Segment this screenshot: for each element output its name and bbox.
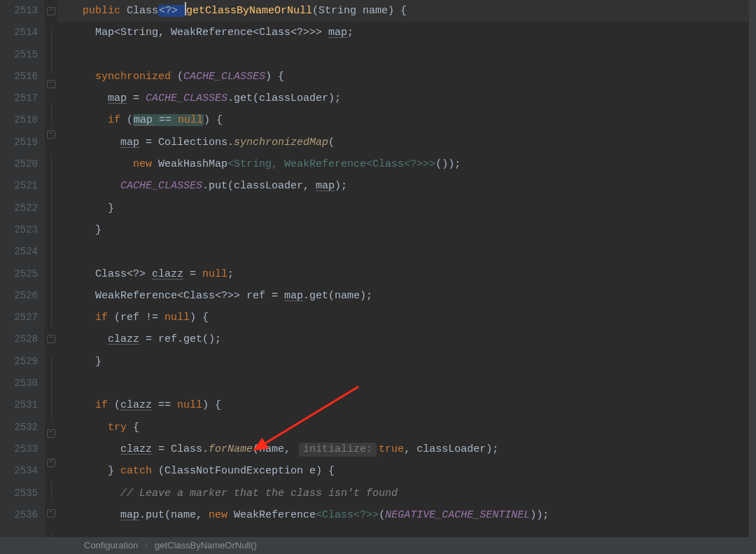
line-number[interactable]: 2535 [0,483,45,504]
condition-highlight: map == null [133,114,204,126]
code-line[interactable]: } [57,198,749,219]
breadcrumb-item[interactable]: getClassByNameOrNull() [155,540,257,550]
line-number[interactable]: 2514 [0,22,45,43]
line-number[interactable]: 2528 [0,328,45,350]
fold-toggle-icon[interactable] [47,509,55,518]
code-line[interactable]: Class<?> clazz = null; [57,263,749,285]
line-number[interactable]: 2533 [0,438,45,460]
line-number[interactable]: 2513 [0,0,45,22]
line-number[interactable]: 2531 [0,394,45,416]
line-number[interactable]: 2520 [0,153,45,175]
fold-toggle-icon[interactable] [47,335,55,343]
line-number[interactable]: 2524 [0,241,45,263]
code-line[interactable]: map = CACHE_CLASSES.get(classLoader); [57,88,749,109]
code-line[interactable]: } [57,351,749,373]
code-line[interactable] [57,44,749,66]
code-line[interactable]: new WeakHashMap<String, WeakReference<Cl… [57,153,749,175]
line-number[interactable]: 2527 [0,307,45,328]
breadcrumb-bar[interactable]: Configuration › getClassByNameOrNull() [0,537,756,554]
line-number[interactable]: 2517 [0,88,45,109]
code-editor[interactable]: 2513 2514 2515 2516 2517 2518 2519 2520 … [0,0,756,537]
line-number[interactable]: 2525 [0,263,45,285]
code-text-area[interactable]: public Class<?> getClassByNameOrNull(Str… [57,0,749,537]
code-line[interactable]: public Class<?> getClassByNameOrNull(Str… [57,0,749,22]
fold-column[interactable] [45,0,57,537]
code-line[interactable]: } [57,219,749,241]
code-line[interactable]: map.put(name, new WeakReference<Class<?>… [57,504,749,526]
line-number-gutter[interactable]: 2513 2514 2515 2516 2517 2518 2519 2520 … [0,0,46,537]
code-line[interactable] [57,241,749,263]
breadcrumb-item[interactable]: Configuration [84,540,138,550]
fold-toggle-icon[interactable] [47,459,55,467]
line-number[interactable]: 2515 [0,44,45,66]
code-line[interactable]: if (clazz == null) { [57,394,749,416]
line-number[interactable]: 2516 [0,66,45,88]
code-line[interactable]: synchronized (CACHE_CLASSES) { [57,66,749,88]
generic-highlight: <?> [158,5,185,17]
fold-toggle-icon[interactable] [47,130,55,139]
code-line[interactable]: if (ref != null) { [57,307,749,328]
editor-overview-ruler[interactable] [749,0,756,537]
code-line[interactable]: clazz = ref.get(); [57,328,749,350]
code-line[interactable]: map = Collections.synchronizedMap( [57,132,749,153]
code-line[interactable]: // Leave a marker that the class isn't f… [57,483,749,504]
line-number[interactable]: 2536 [0,504,45,526]
fold-toggle-icon[interactable] [47,429,55,438]
line-number[interactable]: 2529 [0,351,45,373]
code-line[interactable] [57,373,749,394]
code-line[interactable]: Map<String, WeakReference<Class<?>>> map… [57,22,749,43]
line-number[interactable]: 2530 [0,373,45,394]
line-number[interactable]: 2534 [0,460,45,482]
parameter-hint: initialize: [299,443,377,457]
line-number[interactable]: 2523 [0,219,45,241]
line-number[interactable]: 2526 [0,285,45,307]
line-number[interactable]: 2522 [0,198,45,219]
line-number[interactable]: 2521 [0,175,45,197]
code-line[interactable]: } catch (ClassNotFoundException e) { [57,460,749,482]
line-number[interactable]: 2532 [0,417,45,438]
code-line[interactable]: WeakReference<Class<?>> ref = map.get(na… [57,285,749,307]
code-line[interactable]: if (map == null) { [57,109,749,131]
line-number[interactable]: 2518 [0,109,45,131]
code-line[interactable]: try { [57,417,749,438]
line-number[interactable]: 2519 [0,132,45,153]
fold-toggle-icon[interactable] [47,80,55,88]
code-line[interactable]: CACHE_CLASSES.put(classLoader, map); [57,175,749,197]
chevron-right-icon: › [145,540,148,550]
code-line[interactable]: clazz = Class.forName(name, initialize:t… [57,438,749,460]
fold-toggle-icon[interactable] [47,7,55,15]
